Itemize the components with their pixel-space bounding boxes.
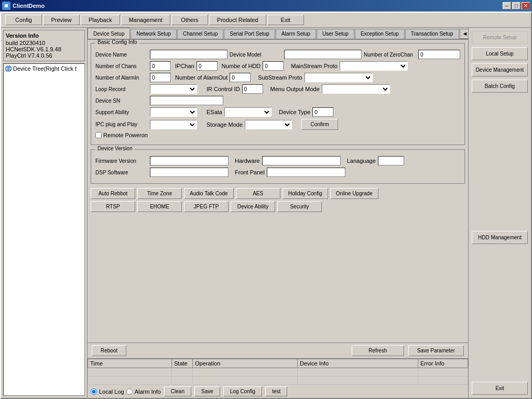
refresh-button[interactable]: Refresh (352, 345, 404, 356)
log-row-empty-2 (88, 376, 468, 385)
local-setup-button[interactable]: Local Setup (472, 47, 528, 60)
maximize-button[interactable]: □ (512, 2, 520, 9)
remote-setup-button[interactable]: Remote Setup (472, 31, 528, 44)
device-type-input[interactable] (312, 107, 333, 117)
version-box: Version Info build 20230410 HCNetSDK V6.… (3, 30, 85, 61)
log-col-time: Time (88, 359, 172, 368)
save-log-button[interactable]: Save (194, 386, 220, 396)
device-model-input[interactable] (284, 50, 362, 59)
alarm-out-input[interactable] (230, 73, 251, 82)
test-button[interactable]: test (265, 386, 287, 396)
alarm-out-label: Number of AlarmOut (175, 74, 227, 81)
auto-reboot-button[interactable]: Auto Rebbot (91, 188, 135, 199)
aes-button[interactable]: AES (236, 188, 280, 199)
tab-exception-setup[interactable]: Exception Setup (355, 29, 405, 39)
substream-proto-select[interactable] (305, 73, 373, 82)
exit-toolbar-button[interactable]: Exit (267, 15, 304, 25)
num-chans-input[interactable] (150, 61, 171, 71)
alarm-in-label: Number of AlarmIn (95, 75, 148, 81)
right-panel: Device Setup Network Setup Channel Setup… (88, 28, 531, 398)
local-log-label: Local Log (99, 389, 124, 395)
clean-button[interactable]: Clean (164, 386, 191, 396)
menu-output-select[interactable] (322, 84, 390, 94)
storage-mode-label: Storage Mode (207, 121, 243, 128)
device-type-label: Device Type (279, 109, 310, 115)
exit-sidebar-button[interactable]: Exit (472, 382, 528, 395)
ir-control-input[interactable] (242, 84, 263, 94)
center-panel: Device Setup Network Setup Channel Setup… (88, 28, 468, 398)
close-button[interactable]: ✕ (522, 2, 530, 9)
product-related-button[interactable]: Product Related (209, 15, 266, 25)
batch-config-button[interactable]: Batch Config (472, 80, 528, 93)
tab-alarm-setup[interactable]: Alarm Setup (276, 29, 316, 39)
jpeg-ftp-button[interactable]: JPEG FTP (184, 201, 229, 212)
hardware-input[interactable] (262, 156, 341, 165)
device-name-input[interactable] (150, 50, 227, 59)
audio-talk-code-button[interactable]: Audio Talk Code (184, 188, 234, 199)
tab-scroll-left[interactable]: ◄ (460, 29, 468, 39)
right-sidebar: Remote Setup Local Setup Device Manageme… (468, 28, 531, 398)
firmware-input[interactable] (150, 156, 229, 165)
firmware-label: Firmware Version (95, 158, 148, 164)
device-tree[interactable]: Device Tree(Right Click t (3, 63, 85, 396)
log-col-device-info: Device Info (298, 359, 418, 368)
save-parameter-button[interactable]: Save Parameter (408, 345, 464, 356)
support-ability-select[interactable] (150, 107, 197, 117)
ehome-button[interactable]: EHOME (137, 201, 182, 212)
basic-config-title: Basic Config Info (95, 40, 139, 45)
loop-record-select[interactable] (150, 84, 197, 94)
remote-poweron-checkbox[interactable] (95, 132, 102, 138)
holiday-config-button[interactable]: Holiday Config (283, 188, 328, 199)
num-hdd-input[interactable] (263, 61, 284, 71)
management-button[interactable]: Management (121, 15, 170, 25)
tabs-bar: Device Setup Network Setup Channel Setup… (88, 28, 468, 40)
mainstream-proto-select[interactable] (340, 61, 408, 71)
preview-button[interactable]: Preview (43, 15, 80, 25)
ipchan-label: IPChan (175, 63, 194, 69)
zero-chan-input[interactable] (418, 50, 460, 59)
tab-device-setup[interactable]: Device Setup (88, 28, 130, 39)
time-zone-button[interactable]: Time Zone (137, 188, 182, 199)
tab-transaction-setup[interactable]: Transaction Setup (405, 29, 459, 39)
others-button[interactable]: Others (171, 15, 208, 25)
content-area: Version Info build 20230410 HCNetSDK V6.… (1, 28, 531, 398)
local-log-radio[interactable] (91, 389, 97, 395)
alarm-info-radio[interactable] (126, 389, 133, 395)
log-config-button[interactable]: Log Config (223, 386, 262, 396)
confirm-button[interactable]: Confirm (301, 119, 338, 130)
online-upgrade-button[interactable]: Online Upgrade (330, 188, 378, 199)
front-panel-input[interactable] (267, 168, 345, 177)
tab-serial-port[interactable]: Serial Port Setup (224, 29, 275, 39)
log-row-empty-1 (88, 368, 468, 376)
tab-network-setup[interactable]: Network Setup (131, 29, 177, 39)
alarm-in-input[interactable] (150, 73, 171, 82)
tab-channel-setup[interactable]: Channel Setup (177, 29, 223, 39)
config-button[interactable]: Config (5, 15, 42, 25)
reboot-button[interactable]: Reboot (92, 345, 126, 356)
storage-mode-select[interactable] (245, 120, 292, 129)
hdd-management-button[interactable]: HDD Management (472, 231, 528, 244)
ipchan-input[interactable] (197, 61, 218, 71)
minimize-button[interactable]: ─ (503, 2, 511, 9)
zero-chan-label: Number of ZeroChan (364, 52, 416, 58)
ipc-plug-play-label: IPC plug and Play (95, 121, 148, 127)
app-icon (2, 2, 10, 10)
device-sn-input[interactable] (150, 96, 223, 105)
version-build: build 20230410 (6, 40, 82, 46)
device-version-groupbox: Device Version Firmware Version Hardware… (91, 149, 465, 184)
tab-user-setup[interactable]: User Setup (317, 29, 354, 39)
device-tree-label: Device Tree(Right Click t (13, 65, 77, 72)
globe-icon (5, 65, 12, 72)
bottom-bar: Reboot Refresh Save Parameter (88, 342, 468, 358)
device-ability-button[interactable]: Device Ability (231, 201, 275, 212)
log-col-error-info: Error Info (418, 359, 468, 368)
rtsp-button[interactable]: RTSP (91, 201, 135, 212)
device-management-button[interactable]: Device Management (472, 63, 528, 76)
language-input[interactable] (378, 156, 404, 165)
security-button[interactable]: Security (277, 201, 322, 212)
dsp-software-input[interactable] (150, 168, 229, 177)
remote-poweron-checkbox-label[interactable]: Remote Poweron (95, 132, 148, 138)
playback-button[interactable]: Playback (81, 15, 120, 25)
esata-select[interactable] (224, 107, 272, 117)
ipc-plug-play-select[interactable] (150, 120, 197, 129)
